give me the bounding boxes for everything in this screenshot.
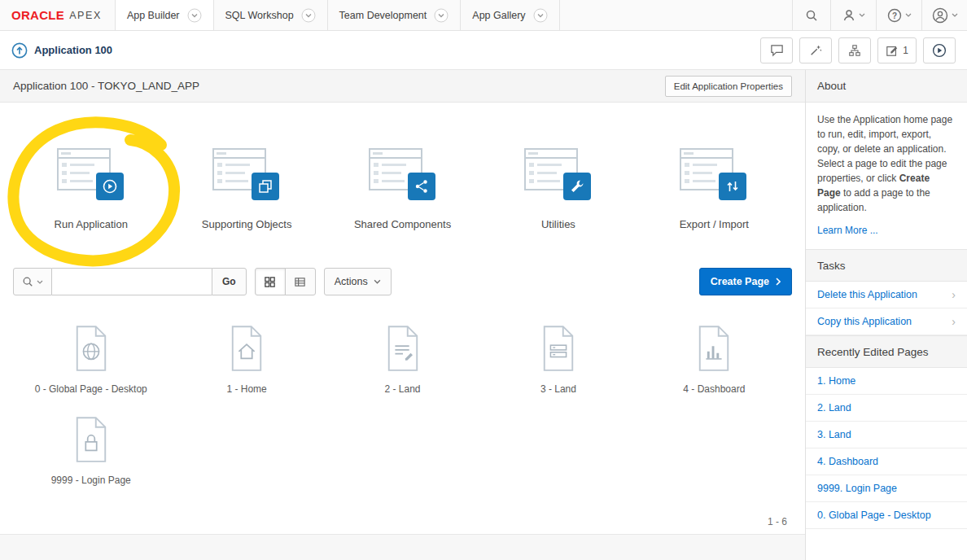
shared-components-icon[interactable]	[369, 148, 437, 205]
recent-page-link[interactable]: 2. Land	[817, 402, 851, 413]
page-item-dashboard: 4 - Dashboard	[637, 325, 792, 395]
help-menu-button[interactable]: ?	[876, 0, 921, 30]
page-label[interactable]: 2 - Land	[384, 383, 420, 395]
tab-app-gallery[interactable]: App Gallery	[461, 0, 559, 30]
recent-page-home[interactable]: 1. Home	[806, 368, 967, 395]
section-label-shared-components[interactable]: Shared Components	[354, 218, 451, 230]
edit-page-button[interactable]: 1	[877, 37, 917, 63]
recent-page-login[interactable]: 9999. Login Page	[806, 475, 967, 502]
page-item-land-2: 2 - Land	[325, 325, 480, 395]
supporting-objects-icon[interactable]	[212, 148, 281, 205]
up-down-arrows-icon	[724, 178, 741, 195]
chevron-right-icon: ›	[952, 288, 956, 301]
recent-page-land-3[interactable]: 3. Land	[806, 422, 967, 448]
task-copy-application[interactable]: Copy this Application ›	[806, 308, 967, 335]
top-navigation-bar: ORACLE APEX App Builder SQL Workshop Tea…	[0, 0, 967, 31]
form-page-icon[interactable]	[384, 325, 422, 372]
page-label[interactable]: 0 - Global Page - Desktop	[35, 383, 147, 395]
export-import-icon[interactable]	[680, 148, 748, 205]
chevron-down-circle-icon[interactable]	[533, 8, 548, 23]
chevron-down-circle-icon[interactable]	[187, 8, 202, 23]
feedback-button[interactable]	[760, 37, 793, 63]
learn-more-link[interactable]: Learn More ...	[817, 223, 878, 238]
run-application-button[interactable]	[923, 37, 956, 63]
magic-wand-icon	[809, 44, 822, 57]
run-application-icon[interactable]	[57, 148, 125, 205]
search-button[interactable]	[792, 0, 830, 30]
lock-page-icon[interactable]	[72, 416, 110, 463]
tab-label: App Builder	[127, 10, 180, 21]
go-button[interactable]: Go	[212, 268, 247, 295]
pages-grid-row-1: 0 - Global Page - Desktop 1 - Home 2 - L…	[0, 325, 805, 395]
page-item-login: 9999 - Login Page	[13, 416, 168, 486]
globe-page-icon[interactable]	[72, 325, 110, 372]
hierarchy-icon	[848, 44, 861, 57]
create-page-button[interactable]: Create Page	[699, 268, 792, 295]
oracle-apex-logo: ORACLE APEX	[0, 0, 115, 30]
home-page-icon[interactable]	[228, 325, 265, 372]
report-view-button[interactable]	[285, 268, 316, 295]
chevron-right-icon	[776, 278, 781, 286]
quick-edit-button[interactable]	[799, 37, 832, 63]
chevron-down-circle-icon[interactable]	[434, 8, 448, 23]
application-sections: Run Application Supporting Objects	[0, 148, 805, 230]
section-label-run-application[interactable]: Run Application	[55, 218, 128, 230]
search-input[interactable]	[52, 268, 212, 295]
main-nav-tabs: App Builder SQL Workshop Team Developmen…	[115, 0, 560, 30]
view-toggle	[255, 268, 316, 295]
edit-application-properties-button[interactable]: Edit Application Properties	[665, 76, 792, 97]
tab-label: Team Development	[339, 10, 427, 21]
tasks-section-header: Tasks	[806, 249, 967, 282]
page-label[interactable]: 3 - Land	[540, 383, 576, 395]
task-link[interactable]: Copy this Application	[817, 316, 912, 327]
tab-team-development[interactable]: Team Development	[328, 0, 462, 30]
icon-view-button[interactable]	[255, 268, 286, 295]
main-content: Application 100 - TOKYO_LAND_APP Edit Ap…	[0, 70, 805, 534]
recent-page-land-2[interactable]: 2. Land	[806, 395, 967, 422]
task-delete-application[interactable]: Delete this Application ›	[806, 282, 967, 308]
recent-page-link[interactable]: 3. Land	[817, 429, 851, 440]
recent-page-link[interactable]: 9999. Login Page	[817, 483, 897, 494]
section-supporting-objects: Supporting Objects	[168, 148, 324, 230]
up-level-icon[interactable]	[11, 42, 28, 59]
recent-page-global[interactable]: 0. Global Page - Desktop	[806, 502, 967, 529]
search-icon	[805, 9, 818, 22]
admin-menu-button[interactable]	[830, 0, 876, 30]
breadcrumb-title[interactable]: Application 100	[34, 44, 112, 56]
section-run-application: Run Application	[13, 148, 168, 230]
user-account-menu-button[interactable]	[921, 0, 967, 30]
about-text-part1: Use the Application home page to run, ed…	[817, 114, 952, 184]
recent-page-link[interactable]: 4. Dashboard	[817, 456, 878, 467]
page-action-buttons: 1	[760, 37, 956, 63]
chevron-down-icon	[905, 13, 912, 17]
actions-menu-button[interactable]: Actions	[324, 268, 392, 295]
shared-components-badge	[408, 173, 435, 200]
page-label[interactable]: 4 - Dashboard	[683, 383, 745, 395]
search-scope-button[interactable]	[13, 268, 52, 295]
tab-label: App Gallery	[472, 10, 525, 21]
recent-page-link[interactable]: 0. Global Page - Desktop	[817, 510, 931, 521]
tab-sql-workshop[interactable]: SQL Workshop	[214, 0, 328, 30]
top-bar-utilities: ?	[792, 0, 967, 30]
chevron-down-icon	[952, 13, 958, 17]
utilities-icon[interactable]	[524, 148, 593, 205]
recent-page-dashboard[interactable]: 4. Dashboard	[806, 448, 967, 475]
page-label[interactable]: 1 - Home	[226, 383, 266, 395]
application-header: Application 100 - TOKYO_LAND_APP Edit Ap…	[0, 70, 805, 103]
task-link[interactable]: Delete this Application	[817, 289, 917, 300]
section-label-utilities[interactable]: Utilities	[541, 218, 575, 230]
recent-page-link[interactable]: 1. Home	[817, 375, 855, 387]
section-label-export-import[interactable]: Export / Import	[680, 218, 749, 230]
page-item-global: 0 - Global Page - Desktop	[13, 325, 168, 395]
chart-page-icon[interactable]	[695, 325, 733, 372]
site-map-button[interactable]	[838, 37, 871, 63]
empty-cell	[480, 416, 636, 486]
comment-bubble-icon	[770, 43, 784, 57]
tab-app-builder[interactable]: App Builder	[115, 0, 214, 30]
chevron-down-circle-icon[interactable]	[301, 8, 316, 23]
chevron-down-icon	[859, 13, 865, 17]
section-label-supporting-objects[interactable]: Supporting Objects	[202, 218, 292, 230]
page-label[interactable]: 9999 - Login Page	[51, 475, 131, 486]
report-page-icon[interactable]	[540, 325, 577, 372]
edit-page-number: 1	[903, 45, 908, 56]
